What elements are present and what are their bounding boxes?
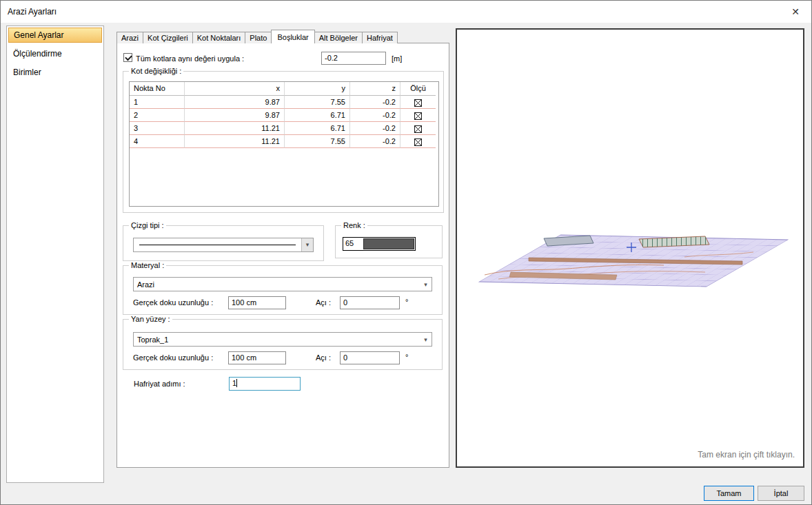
kot-table-header: Nokta No x y z Ölçü	[130, 82, 438, 96]
tab-alt-bolgeler[interactable]: Alt Bölgeler	[314, 32, 363, 43]
table-row[interactable]: 3 11.21 6.71 -0.2	[130, 122, 438, 135]
terrain-settings-dialog: Arazi Ayarları ✕ Genel Ayarlar Ölçülendi…	[0, 0, 812, 505]
chevron-down-icon: ▾	[420, 281, 432, 288]
apply-all-checkbox[interactable]	[123, 53, 132, 62]
header-olcu: Ölçü	[400, 82, 436, 96]
cell-z: -0.2	[350, 135, 400, 148]
sidebar-item-olculendirme[interactable]: Ölçülendirme	[8, 46, 102, 61]
aci-input[interactable]: 0	[340, 351, 400, 364]
doku-length-input[interactable]: 100 cm	[228, 351, 286, 364]
cizgi-tipi-group-label: Çizgi tipi :	[129, 221, 166, 229]
tab-plato[interactable]: Plato	[245, 32, 272, 43]
olcu-checkbox[interactable]	[414, 138, 422, 146]
materyal-selected-value: Arazi	[134, 280, 420, 289]
header-y: y	[285, 82, 350, 96]
cancel-button[interactable]: İptal	[758, 486, 804, 501]
tab-bosluklar[interactable]: Boşluklar	[271, 30, 314, 43]
tab-arazi[interactable]: Arazi	[116, 32, 143, 43]
doku-length-input[interactable]: 100 cm	[228, 296, 286, 309]
chevron-down-icon: ▾	[420, 336, 432, 343]
doku-length-label: Gerçek doku uzunluğu :	[133, 298, 213, 307]
yan-yuzey-group-label: Yan yüzey :	[129, 315, 172, 323]
fullscreen-hint: Tam ekran için çift tıklayın.	[698, 450, 795, 460]
cell-y: 6.71	[285, 122, 350, 135]
ok-button[interactable]: Tamam	[704, 486, 754, 501]
tab-kot-cizgileri[interactable]: Kot Çizgileri	[143, 32, 193, 43]
cell-y: 7.55	[285, 96, 350, 109]
cizgi-tipi-group: Çizgi tipi : ▾	[123, 225, 324, 261]
yan-yuzey-selected-value: Toprak_1	[134, 336, 420, 344]
cell-x: 11.21	[185, 135, 285, 148]
table-row[interactable]: 2 9.87 6.71 -0.2	[130, 109, 438, 122]
line-type-dropdown[interactable]: ▾	[133, 238, 314, 252]
sidebar-item-birimler[interactable]: Birimler	[8, 65, 102, 80]
table-row[interactable]: 4 11.21 7.55 -0.2	[130, 135, 438, 148]
olcu-checkbox[interactable]	[414, 125, 422, 133]
aci-label: Açı :	[316, 298, 331, 307]
line-type-sample	[139, 245, 296, 245]
chevron-down-icon: ▾	[301, 238, 313, 251]
aci-input[interactable]: 0	[340, 296, 400, 309]
materyal-group: Materyal : Arazi ▾ Gerçek doku uzunluğu …	[123, 265, 443, 315]
kot-degisikligi-group: Kot değişikliği : Nokta No x y z Ölçü 1 …	[123, 71, 444, 213]
tab-strip: Arazi Kot Çizgileri Kot Noktaları Plato …	[116, 30, 397, 43]
cell-no: 3	[130, 122, 185, 135]
materyal-group-label: Materyal :	[129, 261, 166, 269]
header-z: z	[350, 82, 400, 96]
degree-symbol: °	[405, 298, 408, 306]
color-swatch[interactable]	[363, 238, 414, 249]
aci-label: Açı :	[316, 353, 331, 362]
close-icon[interactable]: ✕	[788, 5, 803, 19]
header-x: x	[185, 82, 285, 96]
sidebar-item-genel-ayarlar[interactable]: Genel Ayarlar	[8, 28, 102, 43]
doku-length-label: Gerçek doku uzunluğu :	[133, 353, 213, 362]
hafriyat-adimi-input[interactable]: 1	[229, 377, 301, 391]
cell-z: -0.2	[350, 122, 400, 135]
cell-no: 2	[130, 109, 185, 122]
olcu-checkbox[interactable]	[414, 112, 422, 120]
apply-all-label: Tüm kotlara aynı değeri uygula :	[136, 54, 244, 63]
cell-y: 6.71	[285, 109, 350, 122]
cell-z: -0.2	[350, 109, 400, 122]
terrain-render	[457, 30, 803, 466]
apply-all-unit: [m]	[392, 54, 402, 63]
materyal-dropdown[interactable]: Arazi ▾	[133, 277, 432, 291]
terrain-3d-preview[interactable]: Tam ekran için çift tıklayın.	[456, 28, 804, 468]
cell-x: 11.21	[185, 122, 285, 135]
cell-z: -0.2	[350, 96, 400, 109]
apply-all-value-input[interactable]: -0.2	[321, 52, 386, 65]
renk-group-label: Renk :	[341, 221, 367, 229]
yan-yuzey-group: Yan yüzey : Toprak_1 ▾ Gerçek doku uzunl…	[123, 319, 443, 370]
cell-no: 4	[130, 135, 185, 148]
kot-degisikligi-group-label: Kot değişikliği :	[129, 67, 183, 75]
table-row[interactable]: 1 9.87 7.55 -0.2	[130, 96, 438, 109]
cell-x: 9.87	[185, 96, 285, 109]
color-picker[interactable]: 65	[343, 237, 416, 251]
cell-y: 7.55	[285, 135, 350, 148]
cell-no: 1	[130, 96, 185, 109]
tab-hafriyat[interactable]: Hafriyat	[362, 32, 398, 43]
titlebar: Arazi Ayarları ✕	[1, 1, 811, 23]
degree-symbol: °	[405, 353, 408, 361]
olcu-checkbox[interactable]	[414, 99, 422, 107]
bosluklar-tab-panel: Tüm kotlara aynı değeri uygula : -0.2 [m…	[116, 43, 449, 468]
kot-table: Nokta No x y z Ölçü 1 9.87 7.55 -0.2 2 9…	[129, 81, 439, 207]
hafriyat-adimi-label: Hafriyat adımı :	[134, 380, 185, 388]
window-title: Arazi Ayarları	[8, 7, 57, 17]
settings-sidebar: Genel Ayarlar Ölçülendirme Birimler	[6, 25, 104, 483]
yan-yuzey-dropdown[interactable]: Toprak_1 ▾	[133, 332, 432, 347]
renk-group: Renk : 65	[335, 225, 443, 258]
text-caret	[236, 379, 237, 387]
header-nokta-no: Nokta No	[130, 82, 185, 96]
cell-x: 9.87	[185, 109, 285, 122]
tab-kot-noktalari[interactable]: Kot Noktaları	[192, 32, 246, 43]
color-index-value: 65	[343, 238, 363, 250]
